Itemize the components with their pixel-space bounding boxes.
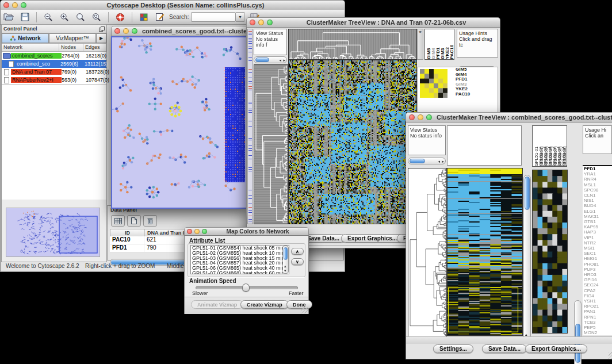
gene-label[interactable]: MON2 bbox=[584, 330, 612, 335]
gene-label[interactable]: CLN1 bbox=[584, 193, 612, 198]
animate-vizmap-button[interactable]: Animate Vizmap bbox=[191, 300, 243, 309]
settings-button[interactable]: Settings... bbox=[433, 344, 473, 353]
search-dropdown-icon[interactable]: ▼ bbox=[236, 12, 244, 22]
column-label[interactable]: GIM3 bbox=[440, 29, 445, 59]
resize-grip[interactable] bbox=[301, 306, 308, 313]
float-panel-icon[interactable] bbox=[99, 26, 105, 32]
resize-grip[interactable] bbox=[609, 352, 612, 359]
heatmap-canvas[interactable] bbox=[288, 60, 417, 224]
heatmap-vscrollbar[interactable]: ▴ ▾ bbox=[523, 175, 531, 343]
minimize-icon[interactable] bbox=[258, 20, 264, 25]
col-id[interactable]: ID bbox=[110, 229, 145, 236]
open-file-button[interactable] bbox=[2, 12, 16, 23]
network-row[interactable]: combined_scores2764(0)16218(0) bbox=[2, 52, 106, 60]
main-titlebar[interactable]: Cytoscape Desktop (Session Name: collins… bbox=[0, 0, 345, 10]
column-label[interactable]: GPL51-04 (GSM857) bbox=[548, 126, 552, 166]
zoom-in-button[interactable] bbox=[58, 12, 71, 23]
select-attributes-button[interactable] bbox=[111, 215, 125, 227]
annotation-button[interactable] bbox=[153, 12, 167, 23]
gene-label[interactable]: SPC98 bbox=[584, 187, 612, 193]
zoom-selected-button[interactable] bbox=[90, 12, 104, 23]
tab-vizmapper[interactable]: VizMapper™ bbox=[49, 33, 96, 43]
column-label[interactable]: PFD1 bbox=[435, 29, 440, 59]
tab-network[interactable]: Network bbox=[2, 33, 49, 43]
detail-heatmap-canvas[interactable] bbox=[532, 170, 568, 334]
gene-label[interactable]: MSL1 bbox=[584, 182, 612, 187]
minimize-icon[interactable] bbox=[123, 28, 129, 34]
tab-overflow-button[interactable]: ▶ bbox=[96, 33, 106, 43]
detail-matrix-canvas[interactable] bbox=[420, 69, 447, 98]
column-label[interactable]: GIM4 bbox=[431, 29, 435, 59]
gene-label[interactable]: GTB1 bbox=[584, 219, 612, 224]
save-button[interactable] bbox=[18, 12, 32, 23]
gene-label[interactable]: CPA2 bbox=[584, 288, 612, 293]
gene-label[interactable]: RNR4 bbox=[584, 177, 612, 182]
close-icon[interactable] bbox=[250, 20, 255, 25]
column-dendrogram[interactable] bbox=[288, 29, 417, 60]
minimize-icon[interactable] bbox=[12, 2, 18, 8]
zoom-window-icon[interactable] bbox=[202, 229, 207, 234]
heatmap-canvas[interactable] bbox=[447, 168, 523, 336]
network-row[interactable]: combined_sco2569(6)13112(15) bbox=[2, 60, 106, 68]
zoom-out-button[interactable] bbox=[41, 12, 55, 23]
gene-label[interactable]: PFD1 bbox=[584, 166, 612, 171]
close-icon[interactable] bbox=[409, 114, 415, 120]
gene-label[interactable]: FIG4 bbox=[584, 293, 612, 298]
arrow-right-icon[interactable]: ▸ bbox=[442, 158, 444, 164]
arrow-right-icon[interactable]: ▸ bbox=[283, 57, 285, 63]
scrollbar-thumb[interactable] bbox=[255, 58, 269, 62]
attribute-item[interactable]: GPL51-07 (GSM868) heat shock 60 min bbox=[191, 271, 289, 274]
gene-label[interactable]: HRD3 bbox=[584, 272, 612, 277]
gene-label[interactable]: PAC10 bbox=[456, 92, 484, 97]
column-label[interactable]: GPL51-08 (GSM872) bbox=[561, 126, 566, 166]
column-label[interactable]: GPL51-02 (GSM855) bbox=[538, 126, 543, 166]
splitter-strip[interactable]: ◂▸ bbox=[417, 29, 423, 60]
new-attribute-button[interactable] bbox=[127, 215, 141, 227]
network-view-titlebar[interactable]: combined_scores_good.txt--cluste... bbox=[111, 26, 248, 36]
animation-slider-thumb[interactable] bbox=[242, 283, 250, 292]
gene-label[interactable]: TCB3 bbox=[584, 320, 612, 325]
vizmapper-button[interactable] bbox=[137, 12, 151, 23]
network-canvas[interactable] bbox=[112, 37, 246, 208]
scrollbar-thumb[interactable] bbox=[284, 247, 288, 260]
export-graphics-button[interactable]: Export Graphics... bbox=[525, 344, 587, 353]
gene-label[interactable]: MAK31 bbox=[584, 214, 612, 219]
row-dendrogram[interactable] bbox=[408, 168, 447, 337]
move-up-button[interactable]: ∧ bbox=[291, 248, 304, 255]
gene-label[interactable]: PUF3 bbox=[584, 267, 612, 272]
zoom-fit-button[interactable] bbox=[74, 12, 87, 23]
detail-vscrollbar[interactable]: ▴ ▾ bbox=[574, 300, 582, 364]
arrow-left-icon[interactable]: ◂ bbox=[438, 158, 440, 164]
move-down-button[interactable]: ∨ bbox=[291, 258, 304, 265]
gene-label[interactable]: MSI1 bbox=[584, 246, 612, 251]
col-network[interactable]: Network bbox=[2, 44, 59, 51]
row-dendrogram[interactable] bbox=[254, 64, 288, 224]
gene-label[interactable]: RPO21 bbox=[584, 304, 612, 309]
close-icon[interactable] bbox=[3, 2, 9, 8]
save-data-button[interactable]: Save Data... bbox=[482, 344, 527, 353]
minimize-icon[interactable] bbox=[194, 229, 200, 234]
gene-label[interactable]: SEC24 bbox=[584, 282, 612, 288]
delete-attribute-button[interactable] bbox=[143, 215, 157, 227]
close-icon[interactable] bbox=[114, 28, 120, 34]
network-row[interactable]: RNAPuberNov2+I563(0)107847(0) bbox=[2, 76, 106, 84]
column-label[interactable]: PAC10 bbox=[449, 29, 454, 59]
gene-label[interactable]: YRA1 bbox=[584, 171, 612, 177]
view-status-scrollbar[interactable]: ◂ ▸ bbox=[408, 158, 446, 164]
birdseye-view[interactable] bbox=[6, 208, 100, 257]
column-label[interactable]: YKE2 bbox=[445, 29, 449, 59]
col-edges[interactable]: Edges bbox=[83, 44, 106, 51]
gene-label[interactable]: YSH1 bbox=[584, 298, 612, 304]
gene-label[interactable]: HAP3 bbox=[584, 229, 612, 235]
create-vizmap-button[interactable]: Create Vizmap bbox=[240, 300, 289, 309]
gene-label[interactable]: PEP5 bbox=[584, 325, 612, 330]
gene-label[interactable]: KAP95 bbox=[584, 224, 612, 229]
zoom-window-icon[interactable] bbox=[426, 114, 432, 120]
column-label[interactable]: GPL51-03 (GSM856) bbox=[543, 126, 548, 166]
zoom-window-icon[interactable] bbox=[267, 20, 273, 25]
gene-label[interactable]: SEC1 bbox=[584, 251, 612, 256]
zoom-window-icon[interactable] bbox=[132, 28, 137, 34]
scrollbar-thumb[interactable] bbox=[410, 159, 425, 163]
gene-label[interactable]: ELG1 bbox=[584, 209, 612, 214]
gene-label[interactable]: PAN1 bbox=[584, 309, 612, 314]
